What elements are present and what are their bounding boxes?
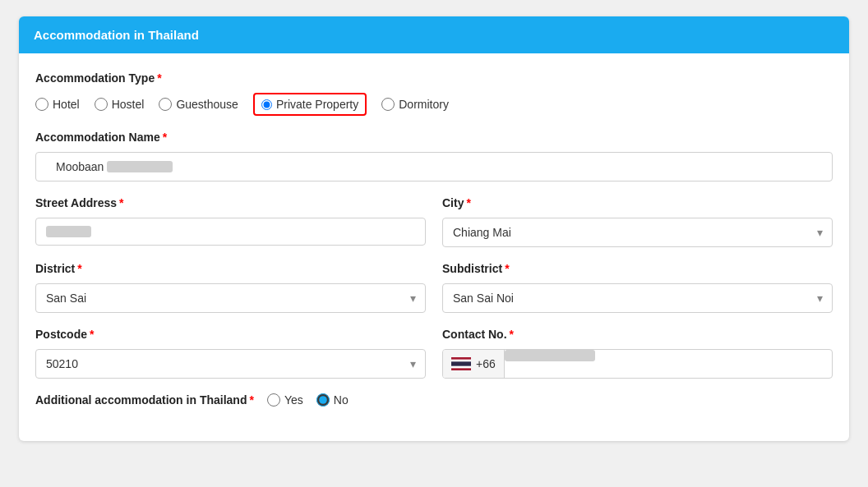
- flag-prefix: +66: [443, 350, 505, 378]
- postcode-required: *: [90, 328, 94, 341]
- header-title: Accommodation in Thailand: [34, 28, 199, 42]
- accommodation-type-section: Accommodation Type * Hotel Hostel Guesth…: [35, 71, 833, 116]
- radio-hostel[interactable]: Hostel: [95, 98, 145, 111]
- postcode-select[interactable]: 50210: [35, 349, 426, 379]
- svg-rect-2: [451, 361, 471, 365]
- city-section: City * Chiang Mai: [442, 196, 833, 247]
- radio-no[interactable]: No: [316, 393, 349, 407]
- accommodation-name-input-wrapper: Moobaan: [35, 152, 833, 181]
- district-section: District * San Sai: [35, 262, 426, 313]
- accommodation-name-label: Accommodation Name *: [35, 131, 833, 144]
- radio-dormitory-label: Dormitory: [399, 98, 449, 111]
- radio-yes-label: Yes: [284, 393, 303, 407]
- radio-yes-input[interactable]: [267, 393, 280, 407]
- subdistrict-select[interactable]: San Sai Noi: [442, 283, 833, 313]
- city-required: *: [466, 196, 470, 209]
- radio-guesthouse-label: Guesthouse: [176, 98, 238, 111]
- contact-number-blurred: [505, 350, 595, 361]
- street-address-required: *: [119, 196, 123, 209]
- accommodation-type-required: *: [157, 71, 161, 85]
- additional-label: Additional accommodation in Thailand *: [35, 393, 254, 407]
- additional-section: Additional accommodation in Thailand * Y…: [35, 393, 833, 407]
- city-label: City *: [442, 196, 833, 209]
- accommodation-name-section: Accommodation Name * Moobaan: [35, 131, 833, 181]
- contact-section: Contact No. * +66: [442, 328, 833, 379]
- postcode-section: Postcode * 50210: [35, 328, 426, 379]
- radio-no-label: No: [334, 393, 349, 407]
- additional-required: *: [249, 393, 253, 407]
- street-address-section: Street Address *: [35, 196, 426, 247]
- radio-hotel-input[interactable]: [35, 98, 48, 111]
- form-card: Accommodation in Thailand Accommodation …: [19, 16, 849, 441]
- radio-private-property-label: Private Property: [276, 98, 358, 111]
- contact-input-wrapper: +66: [442, 349, 833, 379]
- district-select[interactable]: San Sai: [35, 283, 426, 313]
- postcode-contact-row: Postcode * 50210 Contact No. *: [35, 328, 833, 379]
- contact-required: *: [510, 328, 514, 341]
- subdistrict-section: Subdistrict * San Sai Noi: [442, 262, 833, 313]
- radio-guesthouse[interactable]: Guesthouse: [159, 98, 238, 111]
- subdistrict-label: Subdistrict *: [442, 262, 833, 275]
- radio-dormitory[interactable]: Dormitory: [381, 98, 449, 111]
- additional-row: Additional accommodation in Thailand * Y…: [35, 393, 833, 407]
- subdistrict-required: *: [505, 262, 509, 275]
- contact-label: Contact No. *: [442, 328, 833, 341]
- accommodation-type-label: Accommodation Type *: [35, 71, 833, 85]
- city-select[interactable]: Chiang Mai: [442, 218, 833, 247]
- radio-hostel-input[interactable]: [95, 98, 108, 111]
- postcode-label: Postcode *: [35, 328, 426, 341]
- accommodation-name-prefix: Moobaan: [46, 153, 104, 181]
- subdistrict-select-wrapper: San Sai Noi: [442, 283, 833, 313]
- accommodation-name-required: *: [163, 131, 167, 144]
- radio-hostel-label: Hostel: [112, 98, 145, 111]
- accommodation-name-blurred: [107, 161, 173, 172]
- street-city-row: Street Address * City * Chiang Mai: [35, 196, 833, 247]
- country-code: +66: [476, 357, 496, 370]
- district-required: *: [77, 262, 81, 275]
- accommodation-type-radio-group: Hotel Hostel Guesthouse Private Property…: [35, 93, 833, 116]
- city-select-wrapper: Chiang Mai: [442, 218, 833, 247]
- form-header: Accommodation in Thailand: [19, 16, 849, 53]
- radio-yes[interactable]: Yes: [267, 393, 303, 407]
- radio-private-property-highlighted[interactable]: Private Property: [253, 93, 367, 116]
- radio-private-property-input[interactable]: [261, 99, 272, 110]
- radio-hotel[interactable]: Hotel: [35, 98, 80, 111]
- form-body: Accommodation Type * Hotel Hostel Guesth…: [19, 53, 849, 441]
- radio-no-input[interactable]: [316, 393, 330, 407]
- street-address-label: Street Address *: [35, 196, 426, 209]
- radio-hotel-label: Hotel: [53, 98, 80, 111]
- street-address-input-wrapper: [35, 218, 426, 246]
- district-select-wrapper: San Sai: [35, 283, 426, 313]
- district-label: District *: [35, 262, 426, 275]
- radio-dormitory-input[interactable]: [381, 98, 395, 111]
- postcode-select-wrapper: 50210: [35, 349, 426, 379]
- radio-guesthouse-input[interactable]: [159, 98, 172, 111]
- thailand-flag-icon: [451, 357, 471, 370]
- district-subdistrict-row: District * San Sai Subdistrict * San Sai…: [35, 262, 833, 313]
- street-address-blurred: [46, 226, 91, 237]
